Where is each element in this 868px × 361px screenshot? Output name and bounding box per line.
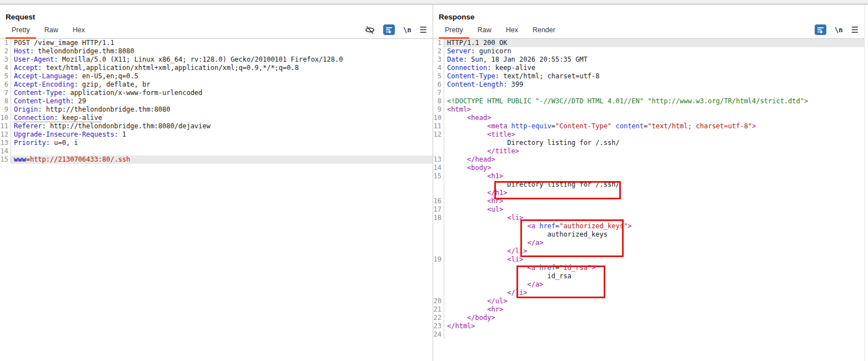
line-number: 6	[433, 81, 444, 89]
line-number: 7	[0, 89, 11, 97]
code-line: 20 </ul>	[433, 297, 864, 305]
line-number: 1	[0, 39, 11, 47]
line-number: 11	[0, 122, 11, 131]
code-line-text: </a>	[444, 239, 864, 247]
tab-raw[interactable]: Raw	[470, 23, 499, 38]
line-number: 8	[433, 97, 444, 106]
code-line-text: </head>	[444, 156, 864, 164]
code-line: </li>	[433, 247, 864, 255]
response-panel: Response PrettyRawHexRender \n ☰ 1HTTP/1…	[433, 4, 864, 361]
code-line: 16 <hr>	[433, 197, 864, 205]
newline-toggle-icon[interactable]: \n	[403, 26, 411, 34]
prettify-toggle-icon[interactable]	[815, 24, 826, 35]
tab-pretty[interactable]: Pretty	[438, 23, 470, 38]
line-number: 9	[433, 106, 444, 114]
code-line-text: Date: Sun, 18 Jan 2026 20:55:35 GMT	[444, 56, 864, 64]
code-line-text	[11, 147, 433, 156]
prettify-toggle-icon[interactable]	[383, 24, 395, 35]
code-line-text: Directory listing for /.ssh/	[444, 180, 864, 189]
tab-render[interactable]: Render	[525, 23, 563, 38]
line-number: 10	[433, 114, 444, 122]
code-line-text: Content-Length: 399	[444, 81, 864, 89]
code-line: 1POST /view_image HTTP/1.1	[0, 39, 433, 47]
tab-pretty[interactable]: Pretty	[4, 23, 37, 38]
tab-hex[interactable]: Hex	[499, 23, 525, 38]
code-line: 13 </head>	[433, 156, 864, 164]
code-line: 7Content-Type: application/x-www-form-ur…	[0, 89, 433, 97]
code-line-text: <li>	[444, 255, 864, 264]
code-line: 4Accept: text/html,application/xhtml+xml…	[0, 64, 433, 72]
code-line: Directory listing for /.ssh/	[433, 180, 864, 189]
code-line: 8Content-Length: 29	[0, 97, 433, 106]
code-line: 15 <h1>	[433, 172, 864, 180]
line-number: 9	[0, 106, 11, 114]
code-line-text: Content-Type: text/html; charset=utf-8	[444, 72, 864, 81]
request-tab-bar: PrettyRawHex \n ☰	[0, 23, 433, 39]
code-line-text: authorized_keys	[444, 230, 864, 239]
request-toolbar: \n ☰	[365, 24, 427, 38]
code-line: 9Origin: http://thelondonbridge.thm:8080	[0, 106, 433, 114]
response-tab-bar: PrettyRawHexRender \n ☰	[433, 23, 864, 39]
code-line-text: Accept: text/html,application/xhtml+xml,…	[11, 64, 433, 72]
line-number	[433, 264, 444, 272]
code-line-text	[444, 330, 864, 339]
line-number	[433, 239, 444, 247]
code-line-text: </title>	[444, 147, 864, 156]
code-line-text: Accept-Encoding: gzip, deflate, br	[11, 81, 433, 89]
tab-bar-tabs: PrettyRawHex	[4, 23, 92, 38]
code-line-text: www=http://2130706433:80/.ssh	[11, 156, 433, 164]
code-line: 13Priority: u=0, i	[0, 139, 433, 147]
code-line-text: <hr>	[444, 197, 864, 205]
line-number: 5	[0, 72, 11, 81]
code-line: 2Host: thelondonbridge.thm:8080	[0, 47, 433, 56]
menu-icon[interactable]: ☰	[420, 27, 427, 33]
code-line-text: Connection: keep-alive	[444, 64, 864, 72]
code-line: 3Date: Sun, 18 Jan 2026 20:55:35 GMT	[433, 56, 864, 64]
newline-toggle-icon[interactable]: \n	[835, 26, 842, 34]
line-number: 17	[433, 205, 444, 214]
line-number: 3	[433, 56, 444, 64]
line-number: 8	[0, 97, 11, 106]
code-line: 12 <title>	[433, 131, 864, 139]
line-number	[433, 189, 444, 197]
code-editor[interactable]: 1HTTP/1.1 200 OK2Server: gunicorn3Date: …	[433, 39, 864, 339]
code-line-text: <hr>	[444, 305, 864, 314]
menu-icon[interactable]: ☰	[851, 27, 859, 33]
response-toolbar: \n ☰	[815, 24, 859, 38]
code-line-text: Content-Type: application/x-www-form-url…	[11, 89, 433, 97]
code-line: 22 </body>	[433, 314, 864, 322]
code-line-text: <a href="id_rsa">	[444, 264, 864, 272]
line-number	[433, 139, 444, 147]
line-number: 20	[433, 297, 444, 305]
line-number	[433, 247, 444, 255]
code-line: 4Connection: keep-alive	[433, 64, 864, 72]
tab-hex[interactable]: Hex	[66, 23, 92, 38]
pane-divider[interactable]	[433, 4, 433, 361]
code-editor[interactable]: 1POST /view_image HTTP/1.12Host: thelond…	[0, 39, 433, 164]
code-line: 11 <meta http-equiv="Content-Type" conte…	[433, 122, 864, 131]
line-number: 12	[0, 131, 11, 139]
hide-eye-icon[interactable]	[365, 26, 375, 34]
code-line: 24	[433, 330, 864, 339]
panel-title: Request	[0, 4, 433, 23]
code-line: 2Server: gunicorn	[433, 47, 864, 56]
line-number	[433, 180, 444, 189]
code-line-text: </html>	[444, 322, 864, 330]
code-line: 1HTTP/1.1 200 OK	[433, 39, 864, 47]
line-number: 4	[0, 64, 11, 72]
code-line: 8<!DOCTYPE HTML PUBLIC "-//W3C//DTD HTML…	[433, 97, 864, 106]
line-number: 15	[0, 156, 11, 164]
line-number: 18	[433, 214, 444, 222]
line-number: 16	[433, 197, 444, 205]
line-number	[433, 272, 444, 280]
tab-raw[interactable]: Raw	[37, 23, 66, 38]
line-number: 15	[433, 172, 444, 180]
code-line: 18 <li>	[433, 214, 864, 222]
code-line-text: <head>	[444, 114, 864, 122]
line-number	[433, 230, 444, 239]
code-line: </li>	[433, 289, 864, 297]
code-line: 7	[433, 89, 864, 97]
code-line-text: <title>	[444, 131, 864, 139]
line-number	[433, 222, 444, 230]
code-line-text: Upgrade-Insecure-Requests: 1	[11, 131, 433, 139]
